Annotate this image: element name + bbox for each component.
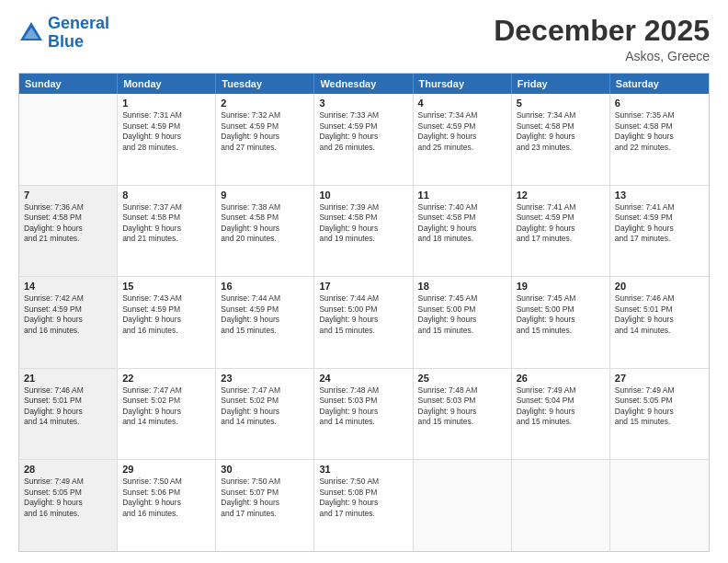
cal-cell [610, 460, 709, 551]
cal-cell: 11Sunrise: 7:40 AMSunset: 4:58 PMDayligh… [414, 186, 512, 277]
logo-icon [18, 20, 44, 46]
day-info: Sunrise: 7:44 AMSunset: 4:59 PMDaylight:… [221, 293, 309, 336]
cal-header-cell: Tuesday [216, 74, 314, 94]
cal-cell: 20Sunrise: 7:46 AMSunset: 5:01 PMDayligh… [610, 277, 709, 368]
day-number: 9 [221, 190, 309, 201]
cal-cell: 31Sunrise: 7:50 AMSunset: 5:08 PMDayligh… [314, 460, 413, 551]
cal-cell: 1Sunrise: 7:31 AMSunset: 4:59 PMDaylight… [118, 94, 216, 185]
day-number: 18 [418, 281, 506, 292]
day-info: Sunrise: 7:34 AMSunset: 4:59 PMDaylight:… [418, 110, 506, 153]
day-number: 4 [418, 98, 506, 109]
cal-cell: 10Sunrise: 7:39 AMSunset: 4:58 PMDayligh… [314, 186, 413, 277]
cal-cell: 15Sunrise: 7:43 AMSunset: 4:59 PMDayligh… [118, 277, 216, 368]
day-number: 7 [24, 190, 112, 201]
title-block: December 2025 Askos, Greece [494, 15, 710, 63]
cal-cell: 22Sunrise: 7:47 AMSunset: 5:02 PMDayligh… [118, 369, 216, 460]
logo-text: General Blue [48, 15, 109, 52]
day-info: Sunrise: 7:41 AMSunset: 4:59 PMDaylight:… [517, 202, 605, 245]
calendar-body: 1Sunrise: 7:31 AMSunset: 4:59 PMDaylight… [19, 94, 709, 551]
day-number: 11 [418, 190, 506, 201]
cal-cell: 27Sunrise: 7:49 AMSunset: 5:05 PMDayligh… [610, 369, 709, 460]
main-title: December 2025 [494, 15, 710, 47]
day-info: Sunrise: 7:33 AMSunset: 4:59 PMDaylight:… [319, 110, 407, 153]
day-info: Sunrise: 7:42 AMSunset: 4:59 PMDaylight:… [24, 293, 112, 336]
cal-header-cell: Sunday [19, 74, 118, 94]
day-info: Sunrise: 7:35 AMSunset: 4:58 PMDaylight:… [615, 110, 704, 153]
day-info: Sunrise: 7:31 AMSunset: 4:59 PMDaylight:… [122, 110, 210, 153]
cal-cell: 16Sunrise: 7:44 AMSunset: 4:59 PMDayligh… [216, 277, 314, 368]
day-number: 8 [122, 190, 210, 201]
day-info: Sunrise: 7:45 AMSunset: 5:00 PMDaylight:… [517, 293, 605, 336]
cal-cell: 17Sunrise: 7:44 AMSunset: 5:00 PMDayligh… [314, 277, 413, 368]
day-info: Sunrise: 7:49 AMSunset: 5:05 PMDaylight:… [24, 477, 112, 519]
header: General Blue December 2025 Askos, Greece [18, 15, 710, 63]
calendar-header-row: SundayMondayTuesdayWednesdayThursdayFrid… [19, 74, 709, 94]
day-number: 22 [122, 373, 210, 384]
day-number: 15 [122, 281, 210, 292]
day-number: 23 [221, 373, 309, 384]
day-number: 28 [24, 464, 112, 475]
cal-header-cell: Wednesday [314, 74, 413, 94]
day-number: 2 [221, 98, 309, 109]
cal-cell: 4Sunrise: 7:34 AMSunset: 4:59 PMDaylight… [414, 94, 512, 185]
cal-cell: 19Sunrise: 7:45 AMSunset: 5:00 PMDayligh… [512, 277, 610, 368]
cal-week-row: 28Sunrise: 7:49 AMSunset: 5:05 PMDayligh… [19, 460, 709, 551]
day-number: 25 [418, 373, 506, 384]
day-info: Sunrise: 7:37 AMSunset: 4:58 PMDaylight:… [122, 202, 210, 245]
cal-cell: 13Sunrise: 7:41 AMSunset: 4:59 PMDayligh… [610, 186, 709, 277]
cal-week-row: 21Sunrise: 7:46 AMSunset: 5:01 PMDayligh… [19, 369, 709, 461]
cal-cell: 24Sunrise: 7:48 AMSunset: 5:03 PMDayligh… [314, 369, 413, 460]
day-number: 14 [24, 281, 112, 292]
cal-cell: 21Sunrise: 7:46 AMSunset: 5:01 PMDayligh… [19, 369, 118, 460]
day-number: 31 [319, 464, 407, 475]
location-subtitle: Askos, Greece [494, 49, 710, 63]
cal-cell [414, 460, 512, 551]
cal-header-cell: Monday [118, 74, 216, 94]
logo: General Blue [18, 15, 109, 52]
day-info: Sunrise: 7:47 AMSunset: 5:02 PMDaylight:… [221, 385, 309, 428]
day-number: 26 [517, 373, 605, 384]
day-info: Sunrise: 7:34 AMSunset: 4:58 PMDaylight:… [517, 110, 605, 153]
day-info: Sunrise: 7:38 AMSunset: 4:58 PMDaylight:… [221, 202, 309, 245]
cal-cell: 9Sunrise: 7:38 AMSunset: 4:58 PMDaylight… [216, 186, 314, 277]
cal-cell: 2Sunrise: 7:32 AMSunset: 4:59 PMDaylight… [216, 94, 314, 185]
cal-week-row: 7Sunrise: 7:36 AMSunset: 4:58 PMDaylight… [19, 186, 709, 278]
page: General Blue December 2025 Askos, Greece… [0, 0, 728, 563]
day-info: Sunrise: 7:44 AMSunset: 5:00 PMDaylight:… [319, 293, 407, 336]
day-number: 3 [319, 98, 407, 109]
cal-week-row: 14Sunrise: 7:42 AMSunset: 4:59 PMDayligh… [19, 277, 709, 369]
day-info: Sunrise: 7:46 AMSunset: 5:01 PMDaylight:… [615, 293, 704, 336]
day-info: Sunrise: 7:43 AMSunset: 4:59 PMDaylight:… [122, 293, 210, 336]
cal-cell: 3Sunrise: 7:33 AMSunset: 4:59 PMDaylight… [314, 94, 413, 185]
cal-week-row: 1Sunrise: 7:31 AMSunset: 4:59 PMDaylight… [19, 94, 709, 186]
day-number: 16 [221, 281, 309, 292]
cal-cell: 23Sunrise: 7:47 AMSunset: 5:02 PMDayligh… [216, 369, 314, 460]
day-number: 17 [319, 281, 407, 292]
cal-cell: 6Sunrise: 7:35 AMSunset: 4:58 PMDaylight… [610, 94, 709, 185]
day-info: Sunrise: 7:49 AMSunset: 5:04 PMDaylight:… [517, 385, 605, 428]
day-info: Sunrise: 7:50 AMSunset: 5:06 PMDaylight:… [122, 477, 210, 519]
cal-cell: 7Sunrise: 7:36 AMSunset: 4:58 PMDaylight… [19, 186, 118, 277]
cal-header-cell: Thursday [414, 74, 512, 94]
day-info: Sunrise: 7:49 AMSunset: 5:05 PMDaylight:… [615, 385, 704, 428]
day-number: 20 [615, 281, 704, 292]
cal-cell [19, 94, 118, 185]
day-info: Sunrise: 7:41 AMSunset: 4:59 PMDaylight:… [615, 202, 704, 245]
day-info: Sunrise: 7:39 AMSunset: 4:58 PMDaylight:… [319, 202, 407, 245]
day-number: 6 [615, 98, 704, 109]
cal-cell: 28Sunrise: 7:49 AMSunset: 5:05 PMDayligh… [19, 460, 118, 551]
day-info: Sunrise: 7:48 AMSunset: 5:03 PMDaylight:… [418, 385, 506, 428]
cal-cell: 8Sunrise: 7:37 AMSunset: 4:58 PMDaylight… [118, 186, 216, 277]
day-number: 10 [319, 190, 407, 201]
day-number: 5 [517, 98, 605, 109]
cal-cell [512, 460, 610, 551]
day-number: 30 [221, 464, 309, 475]
cal-cell: 12Sunrise: 7:41 AMSunset: 4:59 PMDayligh… [512, 186, 610, 277]
day-info: Sunrise: 7:46 AMSunset: 5:01 PMDaylight:… [24, 385, 112, 428]
cal-cell: 25Sunrise: 7:48 AMSunset: 5:03 PMDayligh… [414, 369, 512, 460]
cal-cell: 5Sunrise: 7:34 AMSunset: 4:58 PMDaylight… [512, 94, 610, 185]
day-number: 29 [122, 464, 210, 475]
day-info: Sunrise: 7:47 AMSunset: 5:02 PMDaylight:… [122, 385, 210, 428]
day-number: 21 [24, 373, 112, 384]
day-number: 12 [517, 190, 605, 201]
